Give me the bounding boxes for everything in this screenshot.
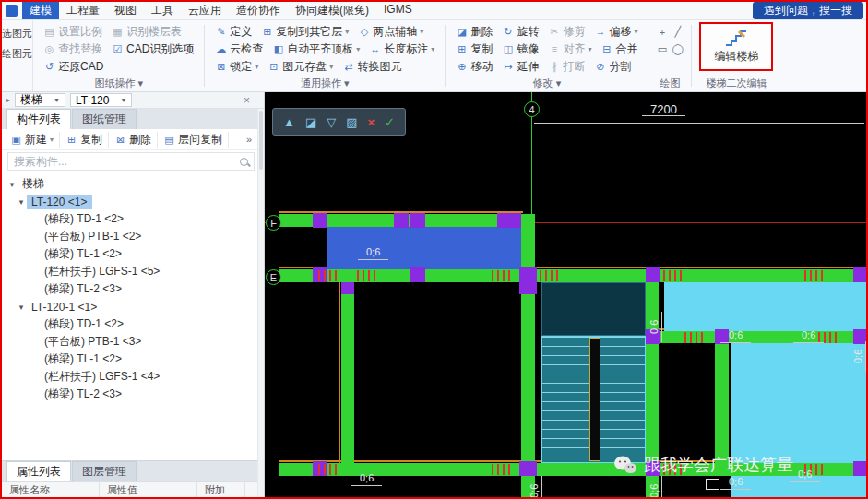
tree-item-subcomponent[interactable]: (梯段) TD-1 <2> (2, 210, 264, 228)
ribbon-group-caption[interactable]: 通用操作 ▾ (210, 77, 439, 91)
menu-tab[interactable]: 云应用 (181, 2, 229, 19)
ribbon-group-caption[interactable]: 修改 ▾ (451, 77, 642, 91)
ribbon-button[interactable]: ⊠锁定▾ (210, 59, 263, 75)
menu-tab[interactable]: 造价协作 (229, 2, 288, 19)
menu-tab[interactable]: 建模 (22, 2, 59, 19)
sidebar-scrollbar[interactable] (257, 109, 264, 497)
circle-icon[interactable]: ◯ (672, 43, 684, 55)
menu-tab[interactable]: IGMS (376, 2, 420, 19)
ribbon-button[interactable]: ⊡图元存盘▾ (263, 59, 338, 75)
column-element[interactable] (853, 329, 866, 344)
ribbon-button[interactable]: ◧自动平齐顶板▾ (268, 42, 364, 57)
tree-item-subcomponent[interactable]: (栏杆扶手) LGFS-1 <4> (2, 368, 264, 386)
tree-item-subcomponent[interactable]: (梯梁) TL-1 <2> (2, 245, 264, 263)
confirm-icon[interactable]: ✓ (385, 116, 395, 128)
menu-tab[interactable]: 视图 (107, 2, 144, 19)
tree-item-subcomponent[interactable]: (平台板) PTB-1 <3> (2, 333, 264, 350)
tree-item-subcomponent[interactable]: (梯梁) TL-2 <3> (2, 280, 264, 298)
menu-tab[interactable]: 协同建模(限免) (288, 2, 376, 19)
action-button[interactable]: ⊠删除 (109, 132, 158, 148)
ribbon-button[interactable]: ↻旋转 (497, 24, 543, 40)
ribbon-button[interactable]: ↺还原CAD (39, 59, 108, 75)
column-element[interactable] (853, 461, 866, 476)
ribbon-button[interactable]: ◫镜像 (497, 42, 543, 57)
menu-tab[interactable]: 工具 (144, 2, 181, 19)
ribbon-button[interactable]: ↦延伸 (497, 59, 543, 75)
ribbon-button[interactable]: ⊞复制到其它层▾ (256, 24, 353, 40)
ribbon-button[interactable]: ✎定义 (210, 24, 256, 40)
slab-element[interactable] (327, 227, 521, 269)
ribbon-button[interactable]: ◪删除 (451, 24, 497, 40)
ribbon-left-button[interactable]: ▣选图元 (2, 27, 32, 41)
canvas[interactable]: ▲◪▽▨×✓ 跟我学会广联达算量 4FE72000;60;60;60;60;60… (265, 92, 866, 497)
ribbon-button[interactable]: ▤设置比例 (39, 24, 107, 40)
filter-icon[interactable]: ▽ (327, 116, 336, 128)
sidebar-tab[interactable]: 构件列表 (6, 109, 71, 129)
view-cone-icon[interactable]: ▲ (283, 116, 295, 128)
ribbon-button[interactable]: ↔长度标注▾ (364, 42, 439, 57)
slab-element[interactable] (731, 343, 866, 463)
column-element[interactable] (519, 461, 537, 476)
ribbon-button[interactable]: ✂修剪 (543, 24, 589, 40)
scrollbar-thumb[interactable] (259, 111, 263, 170)
ribbon-button[interactable]: ☁云检查 (210, 42, 268, 57)
ribbon-button[interactable]: ⊘分割 (589, 59, 636, 75)
tree-item-subcomponent[interactable]: (梯梁) TL-2 <3> (2, 386, 264, 403)
column-element[interactable] (410, 213, 425, 228)
tree-item-subcomponent[interactable]: (平台板) PTB-1 <2> (2, 228, 264, 245)
tree-item-component[interactable]: ▾LT-120-1 <1> (2, 298, 264, 315)
ribbon-button[interactable]: ⊕移动 (451, 59, 497, 75)
action-button[interactable]: ▤层间复制 (158, 132, 229, 148)
help-search-button[interactable]: 遇到问题，搜一搜 (753, 2, 863, 19)
search-box[interactable] (7, 152, 255, 171)
column-element[interactable] (497, 213, 521, 228)
property-tab[interactable]: 图层管理 (72, 461, 137, 481)
column-element[interactable] (313, 213, 327, 228)
tree-item-subcomponent[interactable]: (梯段) TD-1 <2> (2, 315, 264, 333)
property-tab[interactable]: 属性列表 (6, 461, 71, 481)
action-button[interactable]: ▣新建▾ (5, 132, 60, 148)
ribbon-button[interactable]: ▦识别楼层表 (107, 24, 186, 40)
tree-root-label: 楼梯 (18, 175, 49, 193)
slab-element[interactable] (664, 282, 866, 331)
ribbon-left-button[interactable]: ▣绘图元 (2, 47, 32, 61)
action-button[interactable]: ⊞复制 (60, 132, 109, 148)
ribbon-button[interactable]: ◎查找替换 (39, 42, 107, 57)
ribbon-button[interactable]: ⊟合并 (596, 42, 642, 57)
tree-item-subcomponent[interactable]: (梯梁) TL-1 <2> (2, 350, 264, 368)
ribbon-button[interactable]: ⊞复制 (451, 42, 497, 57)
column-element[interactable] (410, 267, 425, 282)
beam-element[interactable] (521, 214, 535, 497)
edit-stair-button[interactable]: 编辑楼梯 (699, 22, 773, 71)
search-input[interactable] (14, 155, 240, 168)
column-element[interactable] (853, 267, 866, 282)
column-element[interactable] (341, 282, 354, 294)
eraser-icon[interactable]: ◪ (305, 116, 316, 128)
ribbon-button[interactable]: ⇄转换图元 (338, 59, 406, 75)
measure-icon[interactable]: ▨ (346, 116, 357, 128)
cancel-icon[interactable]: × (367, 116, 375, 128)
tree-root[interactable]: ▾楼梯 (2, 175, 264, 193)
stair-rail-element[interactable] (589, 338, 600, 461)
element-category-select[interactable]: 楼梯 ▼ (15, 93, 65, 107)
tree-item-component[interactable]: ▾LT-120 <1> (2, 193, 264, 210)
element-name-select[interactable]: LT-120 ▼ (70, 93, 132, 107)
ribbon-button[interactable]: ∦打断 (543, 59, 589, 75)
tree-item-subcomponent[interactable]: (栏杆扶手) LGFS-1 <5> (2, 263, 264, 280)
point-icon[interactable]: + (660, 27, 665, 38)
ribbon-button[interactable]: ☑CAD识别选项 (107, 42, 198, 57)
sidebar-tab[interactable]: 图纸管理 (72, 109, 137, 129)
platform-slab-element[interactable] (541, 282, 646, 336)
close-icon[interactable]: × (244, 94, 259, 107)
menu-tab[interactable]: 工程量 (59, 2, 107, 19)
ribbon-button[interactable]: ≡对齐▾ (543, 42, 596, 57)
rect-icon[interactable]: ▭ (658, 43, 667, 55)
column-element[interactable] (394, 213, 409, 228)
column-element[interactable] (519, 267, 537, 294)
ribbon-button[interactable]: ◇两点辅轴▾ (353, 24, 428, 40)
ribbon-group-caption[interactable]: 图纸操作 ▾ (39, 77, 198, 91)
column-element[interactable] (646, 267, 660, 282)
line-icon[interactable]: ╱ (675, 26, 682, 38)
ribbon-button[interactable]: →偏移▾ (589, 24, 642, 40)
beam-element[interactable] (341, 282, 354, 463)
